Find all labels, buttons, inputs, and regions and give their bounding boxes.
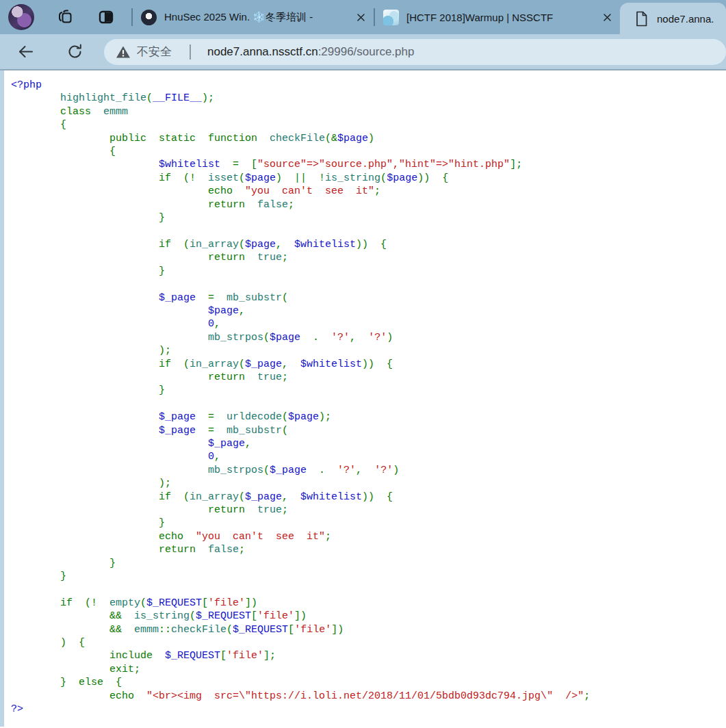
code-token: ) || !	[276, 172, 325, 184]
code-token	[11, 292, 159, 304]
code-token: }	[11, 571, 66, 582]
code-token: <?php	[11, 79, 42, 91]
code-token: .	[300, 332, 331, 343]
code-token: ;	[325, 531, 331, 543]
code-token: "you can't see it"	[245, 185, 374, 197]
code-token: ::	[159, 624, 171, 636]
code-token: ,	[214, 318, 220, 330]
code-token: "<br><img src=\"https://i.loli.net/2018/…	[146, 690, 584, 702]
code-token: );	[319, 411, 331, 423]
code-token: $_REQUEST	[233, 624, 288, 636]
code-token: (	[380, 172, 387, 184]
code-token: )) {	[362, 491, 393, 503]
code-token	[11, 451, 208, 463]
code-token: $whitelist	[300, 359, 362, 370]
code-token	[11, 159, 159, 170]
code-token: $_page	[208, 438, 245, 450]
code-token: ])	[294, 610, 307, 622]
code-token: ;	[239, 544, 245, 556]
snowflake-glyph: ❄️	[252, 11, 265, 23]
code-token: mb_substr	[226, 425, 282, 437]
code-token	[11, 425, 159, 437]
code-token: )) {	[356, 239, 387, 250]
code-token: $_page	[159, 411, 196, 423]
code-token: urldecode	[226, 411, 282, 423]
code-token: }	[11, 558, 116, 569]
code-token: include	[11, 650, 165, 662]
code-token: $_page	[245, 491, 282, 503]
profile-avatar[interactable]	[8, 4, 34, 30]
code-token: emmm	[103, 106, 128, 118]
address-bar[interactable]: 不安全 node7.anna.nssctf.cn:29996/source.ph…	[104, 39, 726, 65]
code-token: &&	[11, 624, 134, 636]
code-token: =	[196, 425, 226, 437]
code-token: )) {	[417, 172, 448, 184]
code-token: ;	[374, 185, 380, 197]
nssctf-favicon	[383, 10, 399, 25]
code-token: } else {	[11, 677, 122, 688]
code-token: ])	[331, 624, 343, 636]
code-token: (	[190, 610, 196, 622]
tab-hnusec[interactable]: HnuSec 2025 Win. ❄️冬季培训 -	[133, 0, 374, 34]
code-token: ;	[282, 252, 288, 263]
url-host: node7.anna.nssctf.cn	[207, 45, 318, 58]
code-token: (	[282, 292, 288, 304]
code-block: <?php highlight_file(__FILE__); class em…	[0, 70, 726, 716]
browser-nav-bar: 不安全 node7.anna.nssctf.cn:29996/source.ph…	[0, 34, 726, 70]
code-token: ,	[276, 239, 294, 250]
code-token: $whitelist	[294, 239, 356, 250]
code-token: 'file'	[226, 650, 263, 662]
code-token: );	[11, 345, 171, 356]
code-token: {	[11, 146, 116, 157]
code-token: ;	[288, 199, 294, 211]
code-token: echo	[11, 690, 146, 702]
code-token: ,	[214, 451, 220, 463]
code-token: ,	[245, 438, 251, 450]
code-token: 'file'	[208, 597, 245, 609]
code-token: (	[263, 332, 270, 343]
split-screen-icon[interactable]	[96, 7, 116, 27]
code-token: (	[239, 359, 245, 370]
code-token: '?'	[374, 465, 393, 476]
refresh-button[interactable]	[63, 40, 86, 64]
code-token: return	[11, 504, 257, 516]
code-token: (	[146, 92, 153, 104]
code-token	[11, 92, 60, 104]
tab-node7-active[interactable]: node7.anna.	[620, 3, 726, 34]
tab-nssctf[interactable]: [HCTF 2018]Warmup | NSSCTF	[375, 0, 620, 34]
code-token: ,	[239, 305, 245, 317]
code-token: }	[11, 385, 165, 396]
code-token: '?'	[331, 332, 350, 343]
code-token: [	[220, 650, 226, 662]
code-token: return	[11, 372, 257, 383]
code-token: (	[239, 491, 245, 503]
code-token: [	[251, 610, 257, 622]
code-token: '?'	[368, 332, 387, 343]
code-token: $_page	[159, 425, 196, 437]
code-token	[11, 305, 208, 317]
code-token: public static function	[11, 133, 270, 144]
code-token: is_string	[325, 172, 380, 184]
code-token: ;	[282, 372, 288, 383]
code-token: if (	[11, 239, 190, 250]
hnusec-favicon	[141, 10, 157, 25]
code-token: = [	[220, 159, 257, 170]
code-token: (	[239, 172, 245, 184]
code-token: ];	[510, 159, 522, 170]
tab-title: [HCTF 2018]Warmup | NSSCTF	[406, 12, 595, 23]
code-token: $_page	[270, 465, 307, 476]
window-edge-strip	[0, 70, 4, 727]
code-token: .	[307, 465, 337, 476]
code-token: in_array	[190, 491, 239, 503]
code-token: $whitelist	[300, 491, 362, 503]
workspaces-icon[interactable]	[55, 7, 75, 27]
code-token: mb_substr	[226, 292, 282, 304]
code-token: 'file'	[294, 624, 331, 636]
code-token: __FILE__	[153, 92, 202, 104]
document-favicon	[634, 11, 649, 27]
back-button[interactable]	[14, 40, 37, 64]
close-icon[interactable]	[354, 11, 367, 23]
close-icon[interactable]	[601, 11, 613, 23]
code-token: )	[393, 465, 399, 476]
code-token	[11, 465, 208, 476]
